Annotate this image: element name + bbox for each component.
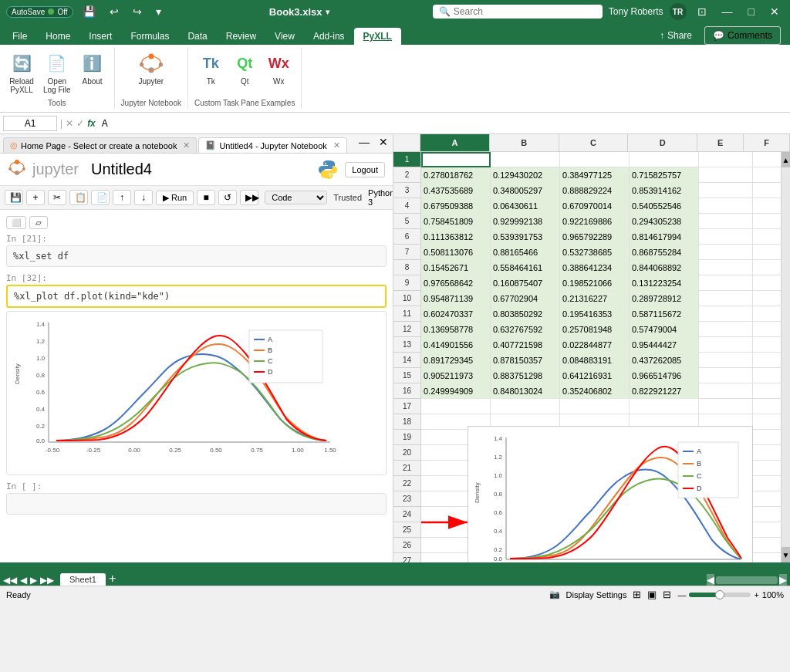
cell-r1c4[interactable]	[630, 152, 699, 167]
qt-button[interactable]: Qt Qt	[229, 49, 260, 87]
cell-r17c4[interactable]	[630, 399, 699, 414]
cell-r15c6[interactable]	[753, 368, 781, 383]
cell-r2c3[interactable]: 0.384977125	[560, 167, 630, 183]
cell-r17c2[interactable]	[491, 399, 560, 414]
row-header-26[interactable]: 26	[393, 538, 420, 553]
cell-r24c6[interactable]	[753, 507, 781, 522]
cell-r3c5[interactable]	[699, 183, 753, 198]
cell-r14c6[interactable]	[753, 353, 781, 368]
zoom-slider[interactable]	[689, 593, 751, 597]
cell-r5c3[interactable]: 0.922169886	[560, 214, 630, 229]
add-sheet-button[interactable]: +	[109, 572, 116, 586]
cell-r5c6[interactable]	[753, 214, 781, 229]
row-header-9[interactable]: 9	[393, 275, 420, 291]
cell-r27c6[interactable]	[753, 553, 781, 562]
minimize-button[interactable]: —	[717, 5, 738, 18]
cell-r9c2[interactable]: 0.160875407	[491, 275, 560, 291]
cell-r2c2[interactable]: 0.129430202	[491, 167, 560, 183]
cut-button[interactable]: ✂	[48, 190, 66, 205]
cell-r3c2[interactable]: 0.348005297	[491, 183, 560, 198]
cell-r2c1[interactable]: 0.278018762	[421, 167, 491, 183]
cell-r5c2[interactable]: 0.929992138	[491, 214, 560, 229]
tab-review[interactable]: Review	[217, 28, 265, 45]
row-header-7[interactable]: 7	[393, 245, 420, 260]
restart-button[interactable]: ↺	[218, 190, 237, 205]
cell-r4c6[interactable]	[753, 198, 781, 214]
cell-r23c6[interactable]	[753, 491, 781, 507]
cell-r18c6[interactable]	[753, 414, 781, 430]
row-header-25[interactable]: 25	[393, 522, 420, 538]
prev-sheet-button[interactable]: ◀	[20, 575, 27, 586]
cell-r1c2[interactable]	[491, 152, 560, 167]
cell-r11c2[interactable]: 0.803850292	[491, 306, 560, 322]
display-settings-label[interactable]: Display Settings	[566, 590, 627, 599]
row-header-13[interactable]: 13	[393, 337, 420, 353]
vertical-scrollbar[interactable]: ▲ ▼	[781, 152, 790, 562]
cell-toolbar-btn1[interactable]: ⬜	[6, 216, 26, 229]
cell-r14c5[interactable]	[699, 353, 753, 368]
scroll-left-button[interactable]: ◀	[707, 574, 714, 586]
cell-r13c4[interactable]: 0.95444427	[630, 337, 699, 353]
cell-r3c4[interactable]: 0.853914162	[630, 183, 699, 198]
cell-r13c3[interactable]: 0.022844877	[560, 337, 630, 353]
row-header-18[interactable]: 18	[393, 414, 420, 430]
cell-r9c6[interactable]	[753, 275, 781, 291]
cell-r12c3[interactable]: 0.257081948	[560, 322, 630, 337]
cell-r15c3[interactable]: 0.641216931	[560, 368, 630, 383]
row-header-24[interactable]: 24	[393, 507, 420, 522]
cell-r8c2[interactable]: 0.558464161	[491, 260, 560, 275]
undo-button[interactable]: ↩	[105, 5, 123, 18]
cell-r16c3[interactable]: 0.352406802	[560, 383, 630, 399]
row-header-17[interactable]: 17	[393, 399, 420, 414]
normal-view-button[interactable]: ⊞	[633, 589, 641, 600]
zoom-thumb[interactable]	[715, 590, 724, 599]
cell-r7c2[interactable]: 0.88165466	[491, 245, 560, 260]
cell-r6c3[interactable]: 0.965792289	[560, 229, 630, 245]
col-header-d[interactable]: D	[628, 134, 697, 151]
cell-r8c4[interactable]: 0.844068892	[630, 260, 699, 275]
cell-r5c5[interactable]	[699, 214, 753, 229]
tab-view[interactable]: View	[265, 28, 304, 45]
cell-r17c6[interactable]	[753, 399, 781, 414]
cell-r9c1[interactable]: 0.976568642	[421, 275, 491, 291]
autosave-toggle[interactable]: AutoSave Off	[6, 6, 73, 18]
cell-r5c1[interactable]: 0.758451809	[421, 214, 491, 229]
cell-r12c4[interactable]: 0.57479004	[630, 322, 699, 337]
customize-button[interactable]: ▾	[151, 5, 166, 18]
cell-r7c4[interactable]: 0.868755284	[630, 245, 699, 260]
cell-r21c6[interactable]	[753, 461, 781, 476]
share-button[interactable]: ↑ Share	[652, 27, 700, 44]
cell-r7c5[interactable]	[699, 245, 753, 260]
row-header-27[interactable]: 27	[393, 553, 420, 562]
row-header-21[interactable]: 21	[393, 461, 420, 476]
cell-r4c5[interactable]	[699, 198, 753, 214]
move-down-button[interactable]: ↓	[134, 190, 153, 205]
cell-r9c5[interactable]	[699, 275, 753, 291]
row-header-3[interactable]: 3	[393, 183, 420, 198]
cell-r3c1[interactable]: 0.437535689	[421, 183, 491, 198]
close-button[interactable]: ✕	[765, 5, 784, 18]
cell-2-input[interactable]: %xl_plot df.plot(kind="kde")	[6, 285, 387, 308]
last-sheet-button[interactable]: ▶▶	[40, 575, 54, 586]
tab-file[interactable]: File	[3, 28, 36, 45]
cell-r8c3[interactable]: 0.388641234	[560, 260, 630, 275]
cell-r10c3[interactable]: 0.21316227	[560, 291, 630, 306]
cell-r12c6[interactable]	[753, 322, 781, 337]
cell-r15c2[interactable]: 0.883751298	[491, 368, 560, 383]
page-break-button[interactable]: ⊟	[663, 589, 671, 600]
cell-r10c4[interactable]: 0.289728912	[630, 291, 699, 306]
about-button[interactable]: ℹ️ About	[77, 49, 108, 87]
cell-1-input[interactable]: %xl_set df	[6, 245, 387, 267]
save-notebook-button[interactable]: 💾	[5, 190, 23, 205]
minimize-panel-button[interactable]: —	[354, 134, 374, 150]
cell-r3c6[interactable]	[753, 183, 781, 198]
title-search-box[interactable]: 🔍	[433, 5, 603, 19]
cell-r8c6[interactable]	[753, 260, 781, 275]
row-header-8[interactable]: 8	[393, 260, 420, 275]
col-header-a[interactable]: A	[420, 134, 490, 151]
ribbon-display-button[interactable]: ⊡	[693, 5, 711, 18]
cell-r19c6[interactable]	[753, 430, 781, 445]
cell-r16c5[interactable]	[699, 383, 753, 399]
cell-r2c6[interactable]	[753, 167, 781, 183]
row-header-4[interactable]: 4	[393, 198, 420, 214]
